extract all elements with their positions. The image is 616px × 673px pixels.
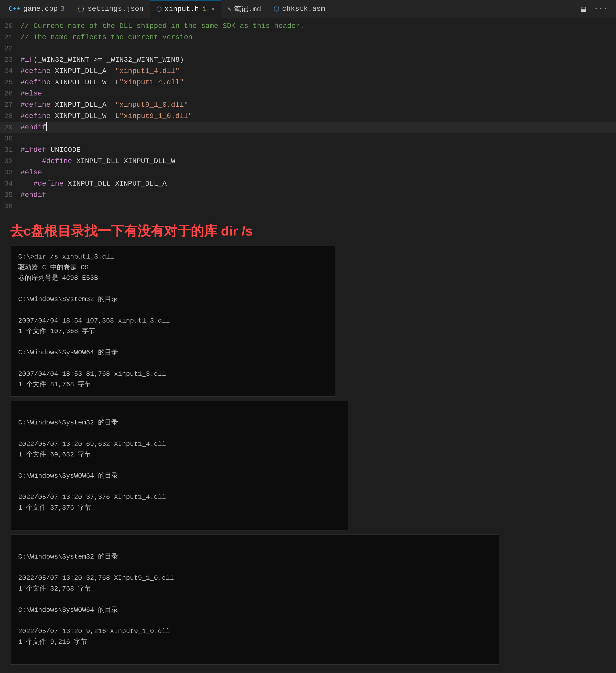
terminal-line: 1 个文件 37,376 字节 [18,503,340,513]
line-number: 21 [0,32,20,43]
tab-badge-game-cpp: 3 [60,5,64,13]
tab-label-notes-md: 笔记.md [234,4,261,14]
tab-notes-md[interactable]: ✎ 笔记.md [221,0,267,18]
line-content: #if(_WIN32_WINNT >= _WIN32_WINNT_WIN8) [20,54,616,65]
line-content: #define XINPUT_DLL_A "xinput9_1_0.dll" [20,99,616,110]
line-content: // The name reflects the current version [20,32,616,43]
tab-label-chkstk-asm: chkstk.asm [282,5,325,13]
md-icon: ✎ [227,5,231,13]
line-content: #ifdef UNICODE [20,144,616,156]
line-number: 27 [0,99,20,110]
code-line-29: 29 #endif [0,122,616,133]
line-number: 26 [0,88,20,99]
terminal-line [18,407,340,418]
line-number: 34 [0,178,20,189]
tab-chkstk-asm[interactable]: ⬡ chkstk.asm [267,0,331,18]
cpp-icon: C++ [9,5,21,13]
terminal-line: 卷的序列号是 4C98-E53B [18,273,327,284]
terminal-line: 2022/05/07 13:20 9,216 XInput9_1_0.dll [18,626,491,637]
terminal-line [18,284,327,294]
tab-label-game-cpp: game.cpp [23,5,58,13]
tab-actions: ⬓ ··· [581,4,613,14]
terminal-line: 1 个文件 9,216 字节 [18,637,491,648]
terminal-line: 1 个文件 32,768 字节 [18,584,491,595]
line-content: #endif [20,122,616,133]
terminal-line: C:\>dir /s xinput1_3.dll [18,252,327,262]
terminal-line: 2022/05/07 13:20 37,376 XInput1_4.dll [18,492,340,503]
tab-game-cpp[interactable]: C++ game.cpp 3 [3,0,71,18]
code-line-23: 23 #if(_WIN32_WINNT >= _WIN32_WINNT_WIN8… [0,54,616,65]
terminal-line: C:\Windows\System32 的目录 [18,552,491,563]
terminal-line: C:\Windows\System32 的目录 [18,294,327,305]
line-number: 36 [0,201,20,212]
terminal-line [18,305,327,316]
terminal-line: C:\Windows\SysWOW64 的目录 [18,348,327,358]
terminal-line [18,428,340,439]
line-content: #define XINPUT_DLL XINPUT_DLL_W [20,156,616,167]
code-line-24: 24 #define XINPUT_DLL_A "xinput1_4.dll" [0,65,616,77]
json-icon: {} [77,5,85,13]
asm-icon: ⬡ [274,5,279,13]
split-editor-icon[interactable]: ⬓ [581,4,586,14]
more-icon[interactable]: ··· [594,4,608,14]
annotation-section-1: 去c盘根目录找一下有没有对于的库 dir /s C:\>dir /s xinpu… [0,215,616,673]
terminal-line: 2022/05/07 13:20 69,632 XInput1_4.dll [18,439,340,450]
line-content: #else [20,167,616,178]
terminal-line [18,513,340,524]
tab-label-xinput-h: xinput.h [165,5,199,13]
code-editor: 20 // Current name of the DLL shipped in… [0,18,616,215]
terminal-box-3: C:\Windows\System32 的目录 2022/05/07 13:20… [10,534,499,665]
code-line-30: 30 [0,133,616,144]
terminal-line [18,541,491,552]
terminal-line [18,594,491,605]
code-line-34: 34 #define XINPUT_DLL XINPUT_DLL_A [0,178,616,189]
line-content: #define XINPUT_DLL_A "xinput1_4.dll" [20,65,616,77]
code-line-21: 21 // The name reflects the current vers… [0,32,616,43]
code-line-31: 31 #ifdef UNICODE [0,144,616,156]
tab-modified-badge: 1 [203,5,207,13]
code-line-32: 32 #define XINPUT_DLL XINPUT_DLL_W [0,156,616,167]
line-number: 31 [0,144,20,156]
terminal-line: 1 个文件 69,632 字节 [18,450,340,460]
line-number: 33 [0,167,20,178]
line-number: 32 [0,156,20,167]
h-icon: ⬡ [156,5,162,13]
line-number: 29 [0,122,20,133]
tab-settings-json[interactable]: {} settings.json [71,0,150,18]
terminal-line [18,647,491,658]
code-line-26: 26 #else [0,88,616,99]
terminal-line [18,481,340,492]
code-line-28: 28 #define XINPUT_DLL_W L"xinput9_1_0.dl… [0,110,616,122]
line-content: #define XINPUT_DLL XINPUT_DLL_A [20,178,616,189]
terminal-box-1: C:\>dir /s xinput1_3.dll 驱动器 C 中的卷是 OS 卷… [10,245,335,397]
terminal-line: 驱动器 C 中的卷是 OS [18,262,327,273]
close-icon[interactable]: ✕ [211,6,215,13]
terminal-line [18,337,327,348]
terminal-line: 2007/04/04 18:53 81,768 xinput1_3.dll [18,369,327,380]
terminal-line: C:\Windows\System32 的目录 [18,418,340,428]
code-line-27: 27 #define XINPUT_DLL_A "xinput9_1_0.dll… [0,99,616,110]
line-number: 20 [0,20,20,32]
tab-xinput-h[interactable]: ⬡ xinput.h 1 ✕ [150,0,221,18]
line-number: 23 [0,54,20,65]
code-line-35: 35 #endif [0,189,616,201]
line-content: #else [20,88,616,99]
line-number: 24 [0,65,20,77]
code-line-36: 36 [0,201,616,212]
annotation-title-1: 去c盘根目录找一下有没有对于的库 dir /s [10,222,606,240]
code-line-20: 20 // Current name of the DLL shipped in… [0,20,616,32]
terminal-line: C:\Windows\SysWOW64 的目录 [18,605,491,616]
terminal-line: 2007/04/04 18:54 107,368 xinput1_3.dll [18,316,327,326]
code-line-33: 33 #else [0,167,616,178]
line-number: 22 [0,43,20,54]
tab-bar: C++ game.cpp 3 {} settings.json ⬡ xinput… [0,0,616,18]
line-number: 30 [0,133,20,144]
terminal-line [18,460,340,471]
line-number: 28 [0,110,20,122]
line-content: #define XINPUT_DLL_W L"xinput1_4.dll" [20,77,616,88]
terminal-line [18,358,327,369]
terminal-line: 2022/05/07 13:20 32,768 XInput9_1_0.dll [18,573,491,584]
terminal-line [18,562,491,573]
line-content: #endif [20,189,616,201]
tab-label-settings-json: settings.json [87,5,143,13]
